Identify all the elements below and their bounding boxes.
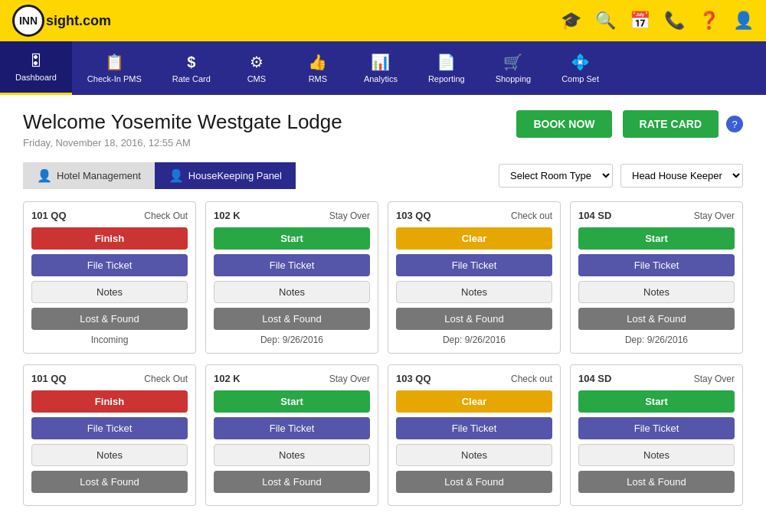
room-number: 104 SD	[578, 373, 611, 384]
housekeeping-icon: 👤	[169, 168, 184, 183]
nav-rms[interactable]: 👍 RMS	[287, 41, 349, 95]
book-now-button[interactable]: BOOK NOW	[516, 110, 611, 138]
notes-button[interactable]: Notes	[214, 444, 370, 466]
nav-analytics[interactable]: 📊 Analytics	[349, 41, 413, 95]
nav-checkin[interactable]: 📋 Check-In PMS	[72, 41, 157, 95]
nav-cms[interactable]: ⚙ CMS	[226, 41, 287, 95]
action-button[interactable]: Finish	[31, 390, 188, 413]
lost-found-button[interactable]: Lost & Found	[31, 471, 188, 493]
room-header: 102 K Stay Over	[214, 373, 370, 384]
housekeeper-select[interactable]: Head House Keeper	[620, 164, 743, 188]
notes-button[interactable]: Notes	[578, 281, 735, 303]
lost-found-button[interactable]: Lost & Found	[214, 308, 370, 330]
lost-found-button[interactable]: Lost & Found	[396, 308, 552, 330]
phone-icon[interactable]: 📞	[664, 11, 685, 31]
file-ticket-button[interactable]: File Ticket	[578, 254, 735, 276]
room-footer: Dep: 9/26/2016	[214, 335, 370, 345]
action-button[interactable]: Clear	[396, 390, 552, 413]
welcome-date: Friday, November 18, 2016, 12:55 AM	[23, 137, 342, 149]
room-card: 101 QQ Check Out Finish File Ticket Note…	[23, 364, 196, 506]
nav-bar: 🎛 Dashboard 📋 Check-In PMS $ Rate Card ⚙…	[0, 41, 766, 95]
nav-reporting[interactable]: 📄 Reporting	[413, 41, 480, 95]
logo: INN sight.com	[12, 5, 111, 37]
help-icon[interactable]: ❓	[699, 11, 719, 31]
housekeeping-tab-label: HouseKeeping Panel	[188, 170, 282, 181]
room-number: 101 QQ	[31, 373, 67, 384]
file-ticket-button[interactable]: File Ticket	[396, 417, 552, 439]
notes-button[interactable]: Notes	[214, 281, 370, 303]
room-card: 102 K Stay Over Start File Ticket Notes …	[205, 201, 378, 354]
lost-found-button[interactable]: Lost & Found	[396, 471, 552, 493]
logo-sight: sight.com	[46, 13, 111, 29]
room-status: Stay Over	[329, 374, 370, 384]
room-status: Stay Over	[694, 374, 735, 384]
room-header: 102 K Stay Over	[214, 210, 370, 221]
search-icon[interactable]: 🔍	[595, 11, 616, 31]
nav-ratecard[interactable]: $ Rate Card	[157, 41, 226, 95]
notes-button[interactable]: Notes	[396, 281, 552, 303]
file-ticket-button[interactable]: File Ticket	[214, 417, 370, 439]
file-ticket-button[interactable]: File Ticket	[214, 254, 370, 276]
help-circle-icon[interactable]: ?	[726, 116, 743, 132]
hotel-icon: 👤	[37, 168, 52, 183]
reporting-icon: 📄	[437, 53, 456, 71]
action-button[interactable]: Finish	[31, 227, 188, 250]
room-status: Check Out	[144, 211, 188, 221]
analytics-icon: 📊	[371, 53, 390, 71]
file-ticket-button[interactable]: File Ticket	[396, 254, 552, 276]
action-button[interactable]: Start	[214, 227, 370, 250]
room-status: Check out	[511, 211, 552, 221]
room-type-select[interactable]: Select Room Type	[499, 164, 613, 188]
lost-found-button[interactable]: Lost & Found	[578, 308, 735, 330]
notes-button[interactable]: Notes	[31, 444, 188, 466]
top-icons: 🎓 🔍 📅 📞 ❓ 👤	[561, 11, 754, 31]
nav-analytics-label: Analytics	[364, 74, 398, 83]
lost-found-button[interactable]: Lost & Found	[214, 471, 370, 493]
room-number: 101 QQ	[31, 210, 67, 221]
welcome-block: Welcome Yosemite Westgate Lodge Friday, …	[23, 110, 342, 149]
nav-reporting-label: Reporting	[428, 74, 465, 83]
hotel-management-tab[interactable]: 👤 Hotel Management	[23, 162, 155, 189]
nav-shopping-label: Shopping	[496, 74, 532, 83]
panel-row: 👤 Hotel Management 👤 HouseKeeping Panel …	[23, 162, 743, 189]
housekeeping-tab[interactable]: 👤 HouseKeeping Panel	[155, 162, 296, 189]
notes-button[interactable]: Notes	[31, 281, 188, 303]
room-number: 103 QQ	[396, 373, 431, 384]
graduation-icon[interactable]: 🎓	[561, 11, 581, 31]
notes-button[interactable]: Notes	[578, 444, 735, 466]
welcome-row: Welcome Yosemite Westgate Lodge Friday, …	[23, 110, 743, 149]
nav-cms-label: CMS	[247, 74, 266, 83]
room-card: 103 QQ Check out Clear File Ticket Notes…	[388, 364, 561, 506]
room-header: 103 QQ Check out	[396, 373, 552, 384]
lost-found-button[interactable]: Lost & Found	[578, 471, 735, 493]
panel-tabs: 👤 Hotel Management 👤 HouseKeeping Panel	[23, 162, 296, 189]
action-button[interactable]: Start	[578, 390, 735, 413]
welcome-title: Welcome Yosemite Westgate Lodge	[23, 110, 342, 134]
calendar-icon[interactable]: 📅	[630, 11, 650, 31]
lost-found-button[interactable]: Lost & Found	[31, 308, 188, 330]
room-card: 104 SD Stay Over Start File Ticket Notes…	[570, 201, 743, 354]
rate-card-button[interactable]: RATE CARD	[623, 110, 719, 138]
cms-icon: ⚙	[250, 53, 264, 71]
action-button[interactable]: Start	[214, 390, 370, 413]
rms-icon: 👍	[308, 53, 327, 71]
panel-selects: Select Room Type Head House Keeper	[499, 164, 743, 188]
nav-dashboard[interactable]: 🎛 Dashboard	[0, 41, 72, 95]
room-card: 103 QQ Check out Clear File Ticket Notes…	[388, 201, 561, 354]
notes-button[interactable]: Notes	[396, 444, 552, 466]
file-ticket-button[interactable]: File Ticket	[31, 417, 188, 439]
action-button[interactable]: Start	[578, 227, 735, 250]
file-ticket-button[interactable]: File Ticket	[578, 417, 735, 439]
user-icon[interactable]: 👤	[733, 11, 754, 31]
room-number: 103 QQ	[396, 210, 431, 221]
room-header: 104 SD Stay Over	[578, 373, 735, 384]
top-bar: INN sight.com 🎓 🔍 📅 📞 ❓ 👤	[0, 0, 766, 41]
file-ticket-button[interactable]: File Ticket	[31, 254, 188, 276]
nav-compset[interactable]: 💠 Comp Set	[546, 41, 614, 95]
action-button[interactable]: Clear	[396, 227, 552, 250]
nav-shopping[interactable]: 🛒 Shopping	[480, 41, 547, 95]
room-number: 104 SD	[578, 210, 611, 221]
nav-dashboard-label: Dashboard	[15, 73, 57, 82]
room-card: 102 K Stay Over Start File Ticket Notes …	[205, 364, 378, 506]
room-footer: Incoming	[31, 335, 188, 345]
